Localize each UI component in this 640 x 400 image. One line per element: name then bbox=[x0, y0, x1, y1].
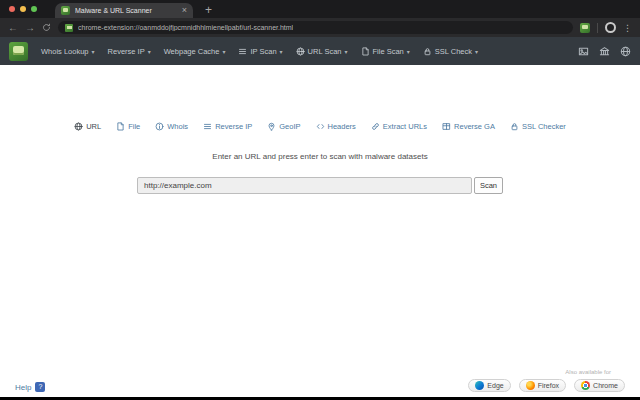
reload-icon[interactable] bbox=[42, 23, 51, 32]
tab-ssl-checker[interactable]: SSL Checker bbox=[510, 122, 566, 131]
pin-icon bbox=[267, 122, 276, 131]
scan-form: Scan bbox=[137, 177, 503, 194]
minimize-window-button[interactable] bbox=[20, 6, 26, 12]
toolbar-right: ⋮ bbox=[580, 22, 632, 33]
tab-label: Reverse GA bbox=[454, 122, 495, 131]
browser-menu-icon[interactable]: ⋮ bbox=[623, 23, 632, 33]
nav-item-label: URL Scan bbox=[308, 47, 342, 56]
footer-right: Also available for EdgeFirefoxChrome bbox=[468, 369, 625, 392]
tab-label: Reverse IP bbox=[215, 122, 252, 131]
globe-icon bbox=[74, 122, 83, 131]
globe-icon[interactable] bbox=[620, 46, 631, 57]
list-icon bbox=[203, 122, 212, 131]
tab-headers[interactable]: Headers bbox=[316, 122, 356, 131]
tab-close-icon[interactable]: × bbox=[182, 6, 187, 15]
help-icon: ? bbox=[35, 382, 45, 392]
extension-logo bbox=[9, 42, 28, 61]
chevron-down-icon: ▾ bbox=[475, 48, 478, 55]
instruction-text: Enter an URL and press enter to scan wit… bbox=[0, 152, 640, 161]
tab-whois[interactable]: Whois bbox=[155, 122, 188, 131]
nav-items: Whois Lookup▾Reverse IP▾Webpage Cache▾IP… bbox=[41, 47, 478, 56]
nav-item-ssl-check[interactable]: SSL Check▾ bbox=[423, 47, 478, 56]
tab-label: GeoIP bbox=[279, 122, 300, 131]
image-icon[interactable] bbox=[578, 46, 589, 57]
navbar-right-icons bbox=[578, 46, 631, 57]
profile-avatar[interactable] bbox=[605, 22, 616, 33]
tab-title: Malware & URL Scanner bbox=[75, 7, 177, 14]
browser-chip-firefox[interactable]: Firefox bbox=[519, 379, 566, 392]
chevron-down-icon: ▾ bbox=[92, 48, 95, 55]
firefox-icon bbox=[526, 381, 535, 390]
info-icon bbox=[155, 122, 164, 131]
nav-item-ip-scan[interactable]: IP Scan▾ bbox=[238, 47, 282, 56]
tab-label: Extract URLs bbox=[383, 122, 427, 131]
tab-reverse-ga[interactable]: Reverse GA bbox=[442, 122, 495, 131]
help-link[interactable]: Help ? bbox=[15, 382, 45, 392]
browser-chip-edge[interactable]: Edge bbox=[468, 379, 510, 392]
nav-item-label: File Scan bbox=[373, 47, 404, 56]
toolbar-divider bbox=[597, 23, 598, 33]
page-footer: Help ? Also available for EdgeFirefoxChr… bbox=[0, 369, 640, 392]
browser-tab[interactable]: Malware & URL Scanner × bbox=[55, 3, 193, 18]
browser-chip-label: Firefox bbox=[538, 382, 559, 389]
browser-window: Malware & URL Scanner × + ← → chrome-ext… bbox=[0, 0, 640, 400]
nav-item-label: Whois Lookup bbox=[41, 47, 89, 56]
new-tab-button[interactable]: + bbox=[205, 3, 212, 18]
link-icon bbox=[371, 122, 380, 131]
nav-item-label: SSL Check bbox=[435, 47, 472, 56]
globe-icon bbox=[296, 47, 305, 56]
chevron-down-icon: ▾ bbox=[344, 48, 347, 55]
tab-label: File bbox=[128, 122, 140, 131]
tab-extract-urls[interactable]: Extract URLs bbox=[371, 122, 427, 131]
tab-label: SSL Checker bbox=[522, 122, 566, 131]
table-icon bbox=[442, 122, 451, 131]
scan-tabs: URLFileWhoisReverse IPGeoIPHeadersExtrac… bbox=[0, 122, 640, 131]
nav-item-webpage-cache[interactable]: Webpage Cache▾ bbox=[164, 47, 226, 56]
extension-favicon-icon bbox=[61, 6, 70, 15]
page: Whois Lookup▾Reverse IP▾Webpage Cache▾IP… bbox=[0, 37, 640, 397]
close-window-button[interactable] bbox=[9, 6, 15, 12]
edge-icon bbox=[475, 381, 484, 390]
extension-pinned-icon[interactable] bbox=[580, 23, 590, 33]
url-text: chrome-extension://oanmddojfjpcmnidhhlmi… bbox=[78, 24, 293, 31]
tab-url[interactable]: URL bbox=[74, 122, 101, 131]
browser-chips: EdgeFirefoxChrome bbox=[468, 379, 625, 392]
browser-toolbar: ← → chrome-extension://oanmddojfjpcmnidh… bbox=[0, 18, 640, 37]
chevron-down-icon: ▾ bbox=[148, 48, 151, 55]
file-icon bbox=[361, 47, 370, 56]
nav-item-reverse-ip[interactable]: Reverse IP▾ bbox=[108, 47, 151, 56]
address-bar[interactable]: chrome-extension://oanmddojfjpcmnidhhlmi… bbox=[58, 21, 573, 34]
nav-item-label: Reverse IP bbox=[108, 47, 145, 56]
tab-label: Headers bbox=[328, 122, 356, 131]
nav-item-url-scan[interactable]: URL Scan▾ bbox=[296, 47, 348, 56]
site-navbar: Whois Lookup▾Reverse IP▾Webpage Cache▾IP… bbox=[0, 37, 640, 65]
forward-icon[interactable]: → bbox=[25, 23, 35, 33]
bank-icon[interactable] bbox=[599, 46, 610, 57]
browser-chip-label: Edge bbox=[487, 382, 503, 389]
scan-button[interactable]: Scan bbox=[474, 177, 503, 194]
list-icon bbox=[238, 47, 247, 56]
maximize-window-button[interactable] bbox=[31, 6, 37, 12]
tab-label: URL bbox=[86, 122, 101, 131]
chevron-down-icon: ▾ bbox=[222, 48, 225, 55]
tab-geoip[interactable]: GeoIP bbox=[267, 122, 300, 131]
url-input[interactable] bbox=[137, 177, 472, 194]
nav-item-label: Webpage Cache bbox=[164, 47, 220, 56]
chevron-down-icon: ▾ bbox=[407, 48, 410, 55]
nav-item-label: IP Scan bbox=[250, 47, 276, 56]
browser-chip-chrome[interactable]: Chrome bbox=[574, 379, 625, 392]
back-icon[interactable]: ← bbox=[8, 23, 18, 33]
tab-strip: Malware & URL Scanner × + bbox=[0, 0, 640, 18]
lock-icon bbox=[423, 47, 432, 56]
tab-file[interactable]: File bbox=[116, 122, 140, 131]
chrome-icon bbox=[581, 381, 590, 390]
tab-reverse-ip[interactable]: Reverse IP bbox=[203, 122, 252, 131]
lock-icon bbox=[510, 122, 519, 131]
site-favicon-icon bbox=[65, 24, 73, 32]
code-icon bbox=[316, 122, 325, 131]
help-label: Help bbox=[15, 383, 31, 392]
nav-item-whois-lookup[interactable]: Whois Lookup▾ bbox=[41, 47, 95, 56]
tab-label: Whois bbox=[167, 122, 188, 131]
browser-chip-label: Chrome bbox=[593, 382, 618, 389]
nav-item-file-scan[interactable]: File Scan▾ bbox=[361, 47, 410, 56]
